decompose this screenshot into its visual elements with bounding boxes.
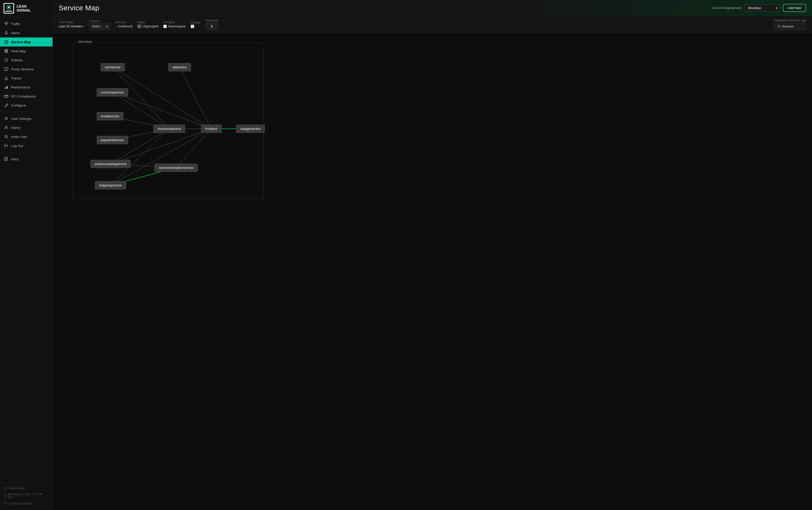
node-recommendationservice[interactable]: recommendationservice (154, 164, 198, 172)
updated-text: Updated 6 seconds ago (774, 19, 806, 22)
sidebar-item-proxy-versions[interactable]: Proxy Versions (0, 64, 53, 74)
node-loadgenerator[interactable]: loadgenerator (236, 124, 265, 133)
svg-point-22 (5, 135, 7, 137)
sidebar-item-label: Heat Map (11, 49, 26, 53)
svg-rect-16 (6, 87, 7, 89)
sidebar-item-service-map[interactable]: Service Map (0, 37, 53, 47)
ungrouped-icon (138, 25, 141, 28)
info-icon (4, 486, 7, 490)
bar-icon (4, 85, 8, 89)
sidebar-item-performance[interactable]: Performance (0, 83, 53, 92)
footer-text: Pages Router (8, 487, 25, 490)
user-icon (4, 116, 8, 121)
sidebar-item-configure[interactable]: Configure (0, 101, 53, 110)
download-button[interactable]: ⬇ (205, 23, 218, 30)
namespace-label: sboutique (77, 40, 94, 44)
svg-point-21 (5, 126, 7, 128)
svg-rect-3 (5, 11, 12, 11)
category-select[interactable]: Select... (89, 23, 110, 30)
svg-point-2 (8, 6, 10, 8)
sidebar-item-heat-map[interactable]: Heat Map (0, 47, 53, 56)
grouping-value[interactable]: Namespace (163, 24, 185, 28)
download-icon: ⬇ (210, 24, 213, 28)
grid-icon (4, 49, 8, 53)
sidebar-item-admin[interactable]: Admin (0, 123, 53, 132)
node-productcatalogservice[interactable]: productcatalogservice (90, 160, 130, 168)
logo-text-line2: SIGNAL (17, 8, 31, 12)
sidebar-item-label: PCI Compliance (11, 94, 36, 98)
sidebar-item-pci-compliance[interactable]: PCI Compliance (0, 92, 53, 101)
wifi-icon (4, 22, 8, 26)
deployment-label: Current Deployment: (712, 6, 742, 10)
sidebar-item-label: Configure (11, 104, 26, 107)
svg-rect-5 (5, 41, 8, 43)
sidebar-item-label: Policies (11, 58, 23, 62)
bell-icon (4, 31, 8, 35)
sidebar-item-invite-user[interactable]: Invite User (0, 132, 53, 141)
sidebar-item-label: Proxy Versions (11, 67, 34, 71)
docs-icon (4, 157, 8, 161)
refresh-button[interactable]: ↻ Refresh (774, 23, 806, 30)
copyright-icon: © (4, 502, 7, 505)
svg-rect-9 (6, 50, 8, 51)
footer-info-item: Pages Router (0, 485, 53, 491)
manage-checkbox[interactable] (191, 25, 194, 28)
sidebar-item-user-settings[interactable]: User Settings (0, 114, 53, 123)
canvas-area[interactable]: sboutique cartserviceadservicecurrencyse… (53, 33, 812, 510)
logout-icon (4, 143, 8, 148)
arrow-up-icon: ↑ (115, 25, 117, 28)
node-emailservice[interactable]: emailservice (97, 112, 123, 120)
footer-info-item: Built Aug 19, 2024, 1:16 PM EDT (0, 491, 53, 500)
deployment-select[interactable]: Boutique (745, 4, 780, 11)
wrench-icon (4, 103, 8, 108)
svg-point-35 (5, 495, 6, 495)
sidebar-item-traces[interactable]: Traces (0, 74, 53, 83)
deployment-select-wrapper[interactable]: Boutique (745, 4, 780, 11)
sidebar-item-label: Performance (11, 85, 30, 89)
sidebar-item-label: Invite User (11, 135, 27, 139)
sidebar-item-label: Alerts (11, 31, 20, 35)
edges-label: Edges (138, 21, 158, 24)
sidebar-item-traffic[interactable]: Traffic (0, 19, 53, 28)
sidebar-item-label: Service Map (11, 40, 31, 44)
sidebar-item-policies[interactable]: Policies (0, 56, 53, 64)
edges-value[interactable]: Ungrouped (138, 24, 158, 28)
grouping-checkbox[interactable] (163, 25, 167, 28)
sidebar-item-docs[interactable]: Docs (0, 154, 53, 164)
svg-rect-40 (138, 27, 139, 28)
svg-text:©: © (5, 503, 6, 504)
node-adservice[interactable]: adservice (168, 63, 191, 72)
node-paymentservice[interactable]: paymentservice (97, 136, 128, 144)
node-currencyservice[interactable]: currencyservice (97, 88, 128, 96)
sidebar-item-label: Log Out (11, 144, 23, 148)
user-plus-icon (4, 134, 8, 139)
node-frontend[interactable]: frontend (201, 124, 222, 133)
sidebar-item-log-out[interactable]: Log Out (0, 141, 53, 150)
monitor-icon (4, 67, 8, 72)
grouping-label: Grouping (163, 21, 185, 24)
node-cartservice[interactable]: cartservice (100, 63, 125, 72)
svg-rect-41 (140, 27, 141, 28)
time-range-value[interactable]: Last 15 minutes ▾ (59, 24, 84, 28)
category-select-wrapper[interactable]: Select... (89, 23, 110, 30)
logo-area: LEAK SIGNAL (0, 0, 53, 17)
updated-refresh-group: Updated 6 seconds ago ↻ Refresh (774, 19, 806, 30)
node-checkoutservice[interactable]: checkoutservice (153, 124, 185, 133)
service-map: sboutique cartserviceadservicecurrencyse… (58, 38, 807, 214)
sidebar-footer: Pages RouterBuilt Aug 19, 2024, 1:16 PM … (0, 482, 53, 510)
sidebar-item-label: Traffic (11, 22, 20, 26)
map-icon (4, 40, 8, 44)
card-icon (4, 94, 8, 98)
node-shippingservice[interactable]: shippingservice (95, 181, 126, 190)
add-new-button[interactable]: Add New (783, 4, 806, 12)
time-range-group: Time Range Last 15 minutes ▾ (59, 21, 84, 28)
time-range-label: Time Range (59, 21, 84, 24)
footer-text: Built Aug 19, 2024, 1:16 PM EDT (8, 493, 49, 499)
info-icon (4, 494, 7, 498)
grouping-group: Grouping Namespace (163, 21, 185, 28)
direction-value[interactable]: ↑ Outbound (115, 24, 133, 28)
sidebar-item-alerts[interactable]: Alerts (0, 28, 53, 37)
edges-group: Edges Ungrouped (138, 21, 158, 28)
category-group: Category Select... (89, 19, 110, 30)
svg-point-4 (6, 25, 6, 25)
